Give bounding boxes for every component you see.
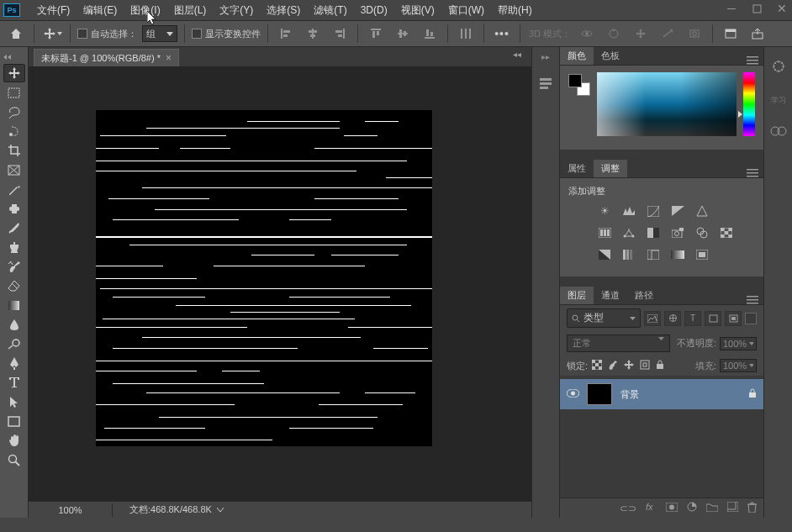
vibrance-icon[interactable] bbox=[694, 204, 710, 218]
canvas[interactable] bbox=[96, 110, 432, 446]
tab-properties[interactable]: 属性 bbox=[560, 160, 594, 177]
lock-all-icon[interactable] bbox=[656, 360, 668, 371]
lock-paint-icon[interactable] bbox=[608, 360, 620, 371]
close-tab-icon[interactable]: × bbox=[166, 52, 172, 64]
lasso-tool[interactable] bbox=[3, 103, 25, 121]
canvas-viewport[interactable] bbox=[29, 66, 531, 501]
layer-filter-select[interactable]: 类型 bbox=[567, 308, 641, 328]
menu-image[interactable]: 图像(I) bbox=[124, 1, 166, 20]
crop-tool[interactable] bbox=[3, 141, 25, 160]
show-transform-checkbox[interactable]: 显示变换控件 bbox=[192, 28, 261, 40]
layer-thumbnail[interactable] bbox=[587, 383, 612, 405]
menu-layer[interactable]: 图层(L) bbox=[167, 1, 214, 20]
lock-artboard-icon[interactable] bbox=[640, 360, 652, 371]
gradient-map-icon[interactable] bbox=[670, 248, 685, 261]
distribute-icon[interactable] bbox=[455, 24, 477, 44]
lock-position-icon[interactable] bbox=[624, 360, 636, 371]
hand-tool[interactable] bbox=[3, 431, 25, 450]
tabbar-collapse-icon[interactable]: ◂◂ bbox=[504, 50, 530, 59]
menu-3d[interactable]: 3D(D) bbox=[354, 2, 394, 18]
document-tab[interactable]: 未标题-1 @ 100%(RGB/8#) * × bbox=[34, 49, 179, 66]
color-balance-icon[interactable] bbox=[621, 226, 636, 240]
color-panel-menu-icon[interactable] bbox=[747, 56, 758, 65]
quick-select-tool[interactable] bbox=[3, 122, 25, 140]
eyedropper-tool[interactable] bbox=[3, 180, 25, 198]
zoom-level[interactable]: 100% bbox=[29, 503, 113, 517]
layers-panel-menu-icon[interactable] bbox=[747, 296, 758, 304]
posterize-icon[interactable] bbox=[621, 248, 636, 261]
brush-tool[interactable] bbox=[3, 219, 25, 237]
learn-icon[interactable] bbox=[771, 59, 786, 76]
dodge-tool[interactable] bbox=[3, 334, 25, 353]
align-left-icon[interactable] bbox=[275, 24, 297, 44]
rectangle-tool[interactable] bbox=[3, 412, 25, 430]
layer-background[interactable]: 背景 bbox=[560, 379, 763, 409]
layer-style-icon[interactable]: fx bbox=[646, 502, 657, 514]
tab-layers[interactable]: 图层 bbox=[560, 287, 594, 304]
menu-select[interactable]: 选择(S) bbox=[260, 1, 307, 20]
blend-mode-select[interactable]: 正常 bbox=[567, 334, 670, 352]
zoom-tool[interactable] bbox=[3, 450, 25, 469]
brightness-icon[interactable]: ☀ bbox=[597, 204, 612, 218]
menu-text[interactable]: 文字(Y) bbox=[213, 1, 260, 20]
home-icon[interactable] bbox=[5, 24, 27, 44]
align-bottom-icon[interactable] bbox=[419, 24, 441, 44]
filter-pixel-icon[interactable] bbox=[644, 311, 661, 326]
more-align-icon[interactable]: ••• bbox=[491, 24, 513, 44]
gradient-tool[interactable] bbox=[3, 296, 25, 314]
align-vcenter-icon[interactable] bbox=[392, 24, 414, 44]
auto-select-checkbox[interactable]: 自动选择： bbox=[77, 28, 137, 40]
menu-view[interactable]: 视图(V) bbox=[394, 1, 441, 20]
3d-slide-icon[interactable] bbox=[657, 24, 678, 44]
align-top-icon[interactable] bbox=[365, 24, 387, 44]
menu-edit[interactable]: 编辑(E) bbox=[77, 1, 124, 20]
share-icon[interactable] bbox=[747, 24, 768, 44]
fgbg-swatch[interactable] bbox=[568, 74, 590, 96]
visibility-toggle[interactable] bbox=[567, 388, 578, 400]
3d-orbit-icon[interactable] bbox=[576, 24, 598, 44]
hue-slider[interactable] bbox=[743, 72, 755, 136]
opacity-input[interactable]: 100% bbox=[720, 337, 757, 350]
filter-adjust-icon[interactable] bbox=[664, 311, 681, 326]
new-layer-icon[interactable] bbox=[727, 502, 738, 514]
layer-mask-icon[interactable] bbox=[666, 503, 678, 514]
screen-mode-icon[interactable] bbox=[720, 24, 742, 44]
menu-window[interactable]: 窗口(W) bbox=[441, 1, 491, 20]
type-tool[interactable] bbox=[3, 373, 25, 392]
strip-expand-icon[interactable]: ▸▸ bbox=[541, 52, 550, 61]
curves-icon[interactable] bbox=[646, 204, 661, 218]
fill-input[interactable]: 100% bbox=[720, 359, 757, 372]
exposure-icon[interactable] bbox=[670, 204, 685, 218]
move-tool[interactable] bbox=[3, 64, 25, 82]
channel-mixer-icon[interactable] bbox=[694, 226, 710, 240]
history-brush-tool[interactable] bbox=[3, 257, 25, 276]
cc-libraries-icon[interactable] bbox=[770, 124, 787, 140]
toolbar-collapse-icon[interactable] bbox=[3, 52, 12, 61]
marquee-tool[interactable] bbox=[3, 83, 25, 102]
delete-layer-icon[interactable] bbox=[747, 502, 757, 515]
healing-tool[interactable] bbox=[3, 199, 25, 218]
lock-pixels-icon[interactable] bbox=[592, 360, 604, 371]
filter-toggle[interactable] bbox=[745, 313, 757, 324]
3d-roll-icon[interactable] bbox=[603, 24, 625, 44]
link-layers-icon[interactable]: ⊂⊃ bbox=[620, 503, 636, 514]
align-right-icon[interactable] bbox=[329, 24, 351, 44]
photo-filter-icon[interactable] bbox=[670, 226, 685, 240]
auto-select-target[interactable]: 组 bbox=[142, 25, 177, 42]
tab-adjustments[interactable]: 调整 bbox=[594, 160, 627, 177]
blur-tool[interactable] bbox=[3, 315, 25, 334]
clone-tool[interactable] bbox=[3, 238, 25, 256]
threshold-icon[interactable] bbox=[646, 248, 661, 261]
filter-type-icon[interactable]: T bbox=[684, 311, 701, 326]
3d-pan-icon[interactable] bbox=[630, 24, 652, 44]
eraser-tool[interactable] bbox=[3, 277, 25, 295]
adjust-panel-menu-icon[interactable] bbox=[747, 169, 758, 177]
close-button[interactable]: ✕ bbox=[775, 2, 789, 15]
move-tool-icon[interactable] bbox=[41, 24, 63, 44]
filter-shape-icon[interactable] bbox=[705, 311, 721, 326]
color-lookup-icon[interactable] bbox=[719, 226, 734, 240]
filter-smart-icon[interactable] bbox=[725, 311, 742, 326]
menu-filter[interactable]: 滤镜(T) bbox=[307, 1, 353, 20]
new-group-icon[interactable] bbox=[706, 503, 718, 514]
selective-color-icon[interactable] bbox=[694, 248, 710, 261]
